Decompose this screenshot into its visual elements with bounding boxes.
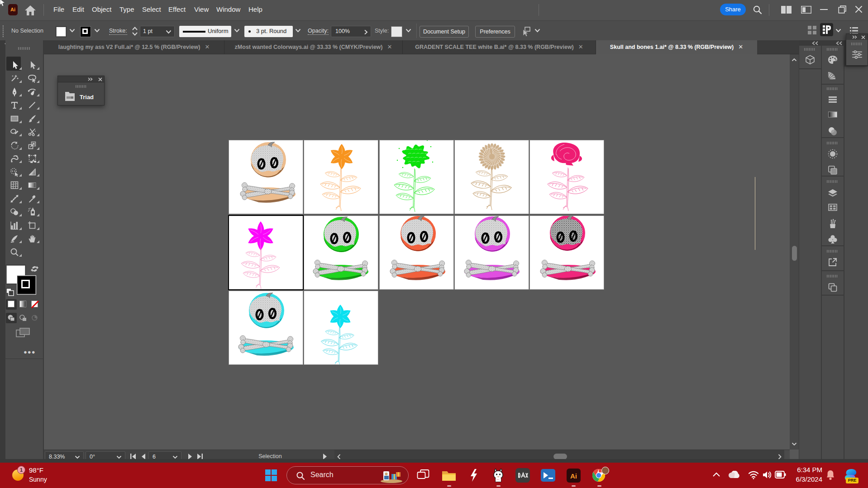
svg-text:Ai: Ai (570, 472, 577, 480)
